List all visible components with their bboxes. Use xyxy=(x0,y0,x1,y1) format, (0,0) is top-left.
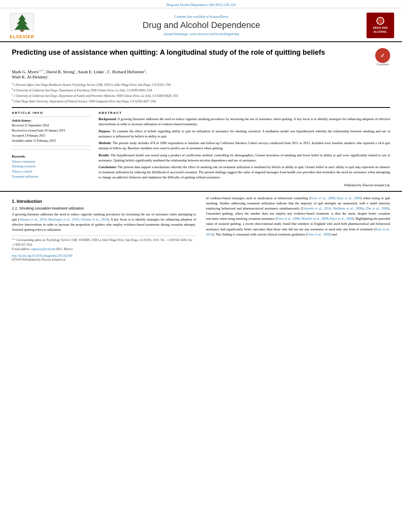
subsection1-heading: 1.1. Smoking cessation treatment utiliza… xyxy=(12,206,196,210)
background-label: Background: xyxy=(99,117,117,121)
logo-circle xyxy=(376,17,384,25)
ref-fiore2008c[interactable]: Fiore et al., 2008 xyxy=(307,232,330,236)
body-right: of evidence-based strategies such as med… xyxy=(206,196,391,262)
body-left: 1. Introduction 1.1. Smoking cessation t… xyxy=(12,196,196,262)
doi-section: http://dx.doi.org/10.1016/j.drugalcdep.2… xyxy=(12,253,196,258)
received-date: Received 12 September 2014 xyxy=(12,123,91,128)
kw-3: Tobacco control xyxy=(12,169,91,174)
affiliation-d: d d San Diego State University, Departme… xyxy=(12,98,390,104)
author-strong: David R. Strong xyxy=(46,69,74,74)
drug-alcohol-logo: DRUG ANDALCOHOL xyxy=(367,13,394,38)
ref-shiffman2008[interactable]: Shiffman et al., 2008a xyxy=(333,206,364,210)
article-info-heading: ARTICLE INFO xyxy=(12,111,91,115)
affiliation-a: a a Veterans Affairs San Diego Healthcar… xyxy=(12,82,390,87)
divider-bold xyxy=(12,107,390,108)
divider-kw xyxy=(12,149,91,150)
body-two-col: 1. Introduction 1.1. Smoking cessation t… xyxy=(12,196,390,262)
body-para-right-1: of evidence-based strategies such as med… xyxy=(206,196,391,237)
history-label: Article history: xyxy=(12,119,91,122)
article-history-box: Article history: Received 12 September 2… xyxy=(12,117,91,146)
purpose-label: Purpose: xyxy=(99,129,111,133)
abstract-purpose: Purpose: To examine the effect of belief… xyxy=(99,129,390,139)
authors: Mark G. Myersa,b,*, David R. Strongc, Sa… xyxy=(12,69,390,79)
ref-zhu2000[interactable]: Zhu et al., 2000 xyxy=(366,206,388,210)
revised-date: Received in revised form 29 January 2015 xyxy=(12,128,91,133)
purpose-text: To examine the effect of beliefs regardi… xyxy=(99,129,390,138)
crossmark-icon[interactable]: ✓ xyxy=(375,48,390,63)
kw-4: Treatment utilization xyxy=(12,174,91,180)
article-info-col: ARTICLE INFO Article history: Received 1… xyxy=(12,111,91,187)
available-date: Available online 12 February 2015 xyxy=(12,139,91,144)
ref-fiore2008[interactable]: Fiore et al., 2008 xyxy=(311,196,335,200)
conclusions-label: Conclusions: xyxy=(99,165,117,169)
affiliation-c: c c University of California San Diego, … xyxy=(12,93,390,98)
ref-backinger[interactable]: Backinger et al., 2010 xyxy=(48,217,79,221)
kw-1: Tobacco treatment xyxy=(12,159,91,165)
ref-mottillo2009[interactable]: Mottillo et al., 2009 xyxy=(302,217,328,221)
elsevier-logo: ELSEVIER xyxy=(8,11,36,39)
ref-abrams[interactable]: Abrams et al., 2010 xyxy=(19,217,47,221)
crossmark-label: CrossMark xyxy=(375,63,390,66)
history-dates: Received 12 September 2014 Received in r… xyxy=(12,123,91,143)
results-label: Results: xyxy=(99,153,110,157)
article-content: Predicting use of assistance when quitti… xyxy=(0,42,402,191)
abstract-col: ABSTRACT Background: A growing literatur… xyxy=(99,111,390,187)
footnote-section: * * Corresponding author at: Psychology … xyxy=(12,235,196,262)
keywords-list: Tobacco treatment Smoking cessation Toba… xyxy=(12,159,91,180)
body-para-1: A growing literature addresses the need … xyxy=(12,212,196,233)
svg-rect-2 xyxy=(20,30,24,32)
author-myers: Mark G. Myers xyxy=(12,69,39,74)
conclusions-text: The present data support a mechanism whe… xyxy=(99,165,390,179)
issn-text: 0376-8716/Published by Elsevier Ireland … xyxy=(12,258,196,262)
author-aldelaimy: Wael K. Al-Delaimy xyxy=(12,74,47,79)
page: Drug and Alcohol Dependence 148 (2015) 2… xyxy=(0,0,402,532)
section1-heading: 1. Introduction xyxy=(12,199,196,204)
abstract-methods: Methods: The present study includes 474 … xyxy=(99,141,390,151)
ref-piper2009[interactable]: Piper et al., 2009 xyxy=(330,217,353,221)
journal-header: ELSEVIER Contents lists available at Sci… xyxy=(0,8,402,42)
affiliation-b: b b University of California San Diego, … xyxy=(12,87,390,93)
keywords-label: Keywords: xyxy=(12,155,91,158)
ref-fiore2008b[interactable]: Fiore et al., 2008 xyxy=(277,217,300,221)
homepage-url[interactable]: www.elsevier.com/locate/drugalcdep xyxy=(190,32,239,36)
footnote-email: E-mail address: mgmyers@ucsd.edu (M.G. M… xyxy=(12,247,196,251)
methods-text: The present study includes 474 of 1000 r… xyxy=(99,141,390,150)
crossmark-container: ✓ CrossMark xyxy=(375,48,390,66)
ref-edwards2014[interactable]: Edwards et al., 2014 xyxy=(302,206,331,210)
journal-homepage: journal homepage: www.elsevier.com/locat… xyxy=(44,32,359,36)
accepted-date: Accepted 3 February 2015 xyxy=(12,133,91,139)
contents-line: Contents lists available at ScienceDirec… xyxy=(44,15,359,19)
ref-orleans[interactable]: Orleans et al., 2010 xyxy=(81,217,108,221)
body-content: 1. Introduction 1.1. Smoking cessation t… xyxy=(0,191,402,266)
logo-text: DRUG ANDALCOHOL xyxy=(373,26,387,33)
journal-ref: Drug and Alcohol Dependence 148 (2015) 2… xyxy=(166,3,236,7)
article-title-section: Predicting use of assistance when quitti… xyxy=(12,48,390,66)
abstract-text: Background: A growing literature address… xyxy=(99,117,390,180)
abstract-results: Results: The hypothesized model was test… xyxy=(99,153,390,163)
article-info-abstract: ARTICLE INFO Article history: Received 1… xyxy=(12,111,390,187)
ref-kotz2009[interactable]: Kotz et al., 2009 xyxy=(337,196,361,200)
abstract-conclusions: Conclusions: The present data support a … xyxy=(99,165,390,180)
journal-center: Contents lists available at ScienceDirec… xyxy=(36,15,367,36)
kw-2: Smoking cessation xyxy=(12,164,91,169)
published-by: Published by Elsevier Ireland Ltd. xyxy=(99,183,390,187)
email-link[interactable]: mgmyers@ucsd.edu xyxy=(31,247,55,251)
sciencedirect-link[interactable]: ScienceDirect xyxy=(210,15,229,19)
footnote-corresponding: * * Corresponding author at: Psychology … xyxy=(12,238,196,247)
elsevier-text: ELSEVIER xyxy=(10,34,34,39)
background-text: A growing literature addresses the need … xyxy=(99,117,390,126)
results-text: The hypothesized model was tested using … xyxy=(99,153,390,162)
methods-label: Methods: xyxy=(99,141,112,145)
affiliations: a a Veterans Affairs San Diego Healthcar… xyxy=(12,82,390,103)
top-bar: Drug and Alcohol Dependence 148 (2015) 2… xyxy=(0,0,402,8)
abstract-background: Background: A growing literature address… xyxy=(99,117,390,127)
journal-title: Drug and Alcohol Dependence xyxy=(44,20,359,30)
doi-link[interactable]: http://dx.doi.org/10.1016/j.drugalcdep.2… xyxy=(12,254,73,258)
ref-kotz2014[interactable]: Kotz et al., 2014 xyxy=(206,227,391,236)
abstract-heading: ABSTRACT xyxy=(99,111,390,115)
elsevier-tree-icon xyxy=(8,11,36,34)
keywords-box: Keywords: Tobacco treatment Smoking cess… xyxy=(12,153,91,182)
author-linke: Sarah E. Linke xyxy=(78,69,104,74)
author-hofstetter: C. Richard Hofstetter xyxy=(107,69,144,74)
article-main-title: Predicting use of assistance when quitti… xyxy=(12,48,325,57)
